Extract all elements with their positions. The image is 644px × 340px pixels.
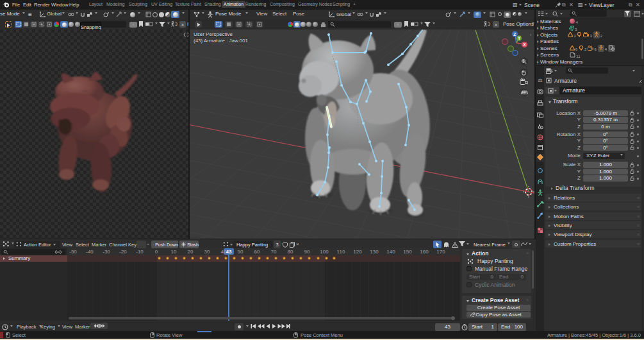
svg-text:Y: Y [518, 36, 521, 40]
svg-text:Z: Z [513, 32, 516, 37]
svg-text:X: X [523, 42, 526, 47]
